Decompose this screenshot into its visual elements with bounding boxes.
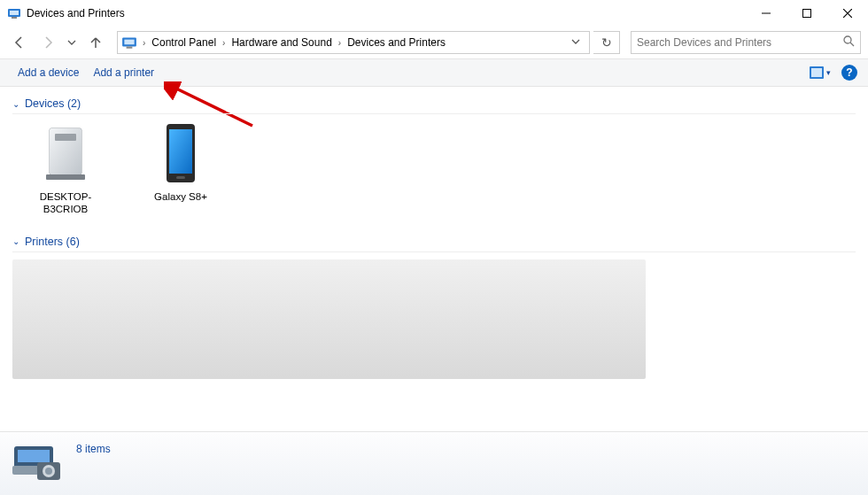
chevron-down-icon: ⌄ (12, 236, 19, 246)
app-icon (7, 6, 21, 20)
minimize-button[interactable] (746, 0, 787, 27)
device-label: DESKTOP-B3CRIOB (21, 190, 110, 216)
svg-line-11 (850, 43, 854, 46)
device-label: Galaxy S8+ (136, 190, 225, 203)
svg-rect-8 (124, 40, 134, 45)
title-bar: Devices and Printers (0, 0, 868, 27)
close-button[interactable] (827, 0, 868, 27)
svg-rect-2 (12, 17, 17, 19)
breadcrumb-devices-printers[interactable]: Devices and Printers (343, 32, 450, 53)
chevron-down-icon: ▾ (826, 68, 831, 77)
chevron-right-icon[interactable]: › (221, 38, 227, 48)
status-bar: 8 items (0, 431, 868, 495)
device-item-phone[interactable]: Galaxy S8+ (136, 121, 225, 216)
svg-rect-1 (10, 11, 19, 15)
devices-printers-icon (11, 441, 64, 483)
chevron-right-icon[interactable]: › (337, 38, 343, 48)
content-pane: ⌄ Devices (2) DESKTOP-B3CRIOB (0, 89, 868, 431)
svg-point-28 (45, 468, 52, 475)
recent-dropdown[interactable] (64, 30, 80, 55)
add-device-button[interactable]: Add a device (11, 59, 86, 86)
group-header-printers[interactable]: ⌄ Printers (6) (12, 232, 856, 252)
desktop-pc-icon (34, 121, 97, 185)
svg-rect-17 (55, 134, 76, 141)
svg-rect-4 (803, 10, 811, 18)
breadcrumb-control-panel[interactable]: Control Panel (147, 32, 221, 53)
nav-row: › Control Panel › Hardware and Sound › D… (0, 27, 868, 58)
search-input[interactable] (637, 36, 843, 49)
help-button[interactable]: ? (841, 65, 857, 81)
search-box[interactable] (631, 31, 861, 54)
back-button[interactable] (7, 30, 32, 55)
forward-button[interactable] (35, 30, 60, 55)
search-icon[interactable] (843, 35, 855, 50)
command-bar: Add a device Add a printer ▾ ? (0, 58, 868, 87)
address-bar[interactable]: › Control Panel › Hardware and Sound › D… (117, 31, 590, 54)
up-button[interactable] (83, 30, 108, 55)
svg-rect-13 (811, 68, 822, 77)
location-icon (121, 35, 137, 50)
window-title: Devices and Printers (27, 7, 125, 19)
refresh-button[interactable]: ↻ (593, 31, 620, 54)
add-printer-button[interactable]: Add a printer (86, 59, 161, 86)
printers-redacted-area (12, 259, 646, 379)
svg-rect-18 (46, 174, 85, 180)
maximize-button[interactable] (787, 0, 827, 27)
address-expand-button[interactable] (566, 37, 585, 48)
smartphone-icon (149, 121, 213, 185)
group-label: Printers (6) (25, 236, 80, 248)
svg-rect-21 (169, 129, 192, 174)
svg-point-10 (844, 36, 851, 43)
device-item-desktop[interactable]: DESKTOP-B3CRIOB (21, 121, 110, 216)
devices-items: DESKTOP-B3CRIOB Galaxy S8+ (12, 121, 856, 232)
chevron-down-icon: ⌄ (12, 99, 19, 109)
chevron-right-icon[interactable]: › (141, 38, 147, 48)
window-controls (746, 0, 868, 27)
svg-rect-24 (18, 450, 50, 462)
breadcrumb-hardware-sound[interactable]: Hardware and Sound (227, 32, 336, 53)
view-options-button[interactable]: ▾ (808, 63, 833, 82)
status-item-count: 8 items (76, 443, 111, 455)
group-header-devices[interactable]: ⌄ Devices (2) (12, 94, 856, 114)
group-label: Devices (2) (25, 97, 81, 110)
svg-rect-22 (176, 176, 185, 179)
svg-rect-9 (127, 47, 133, 49)
